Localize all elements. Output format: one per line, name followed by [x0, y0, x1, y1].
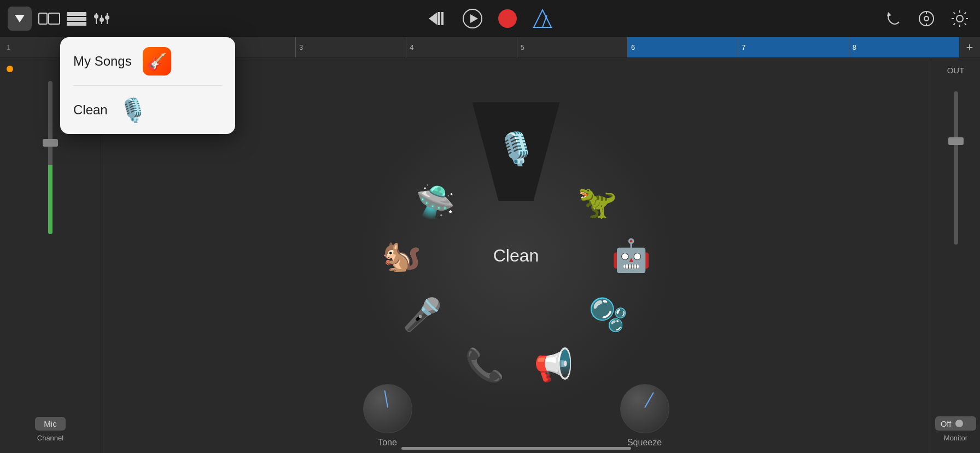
dropdown-popup: My Songs 🎸 Clean 🎙️: [60, 37, 235, 134]
out-slider[interactable]: [954, 91, 958, 266]
volume-thumb[interactable]: [43, 139, 58, 147]
timeline-segment-3[interactable]: 3: [295, 37, 406, 57]
svg-rect-2: [49, 13, 60, 24]
voice-telephone[interactable]: 📞: [463, 343, 506, 387]
svg-marker-0: [15, 15, 25, 22]
svg-rect-5: [67, 22, 86, 26]
svg-marker-12: [429, 12, 438, 25]
monitor-toggle[interactable]: Off: [935, 416, 977, 431]
record-button[interactable]: [498, 9, 517, 28]
voice-monster[interactable]: 🦖: [575, 180, 619, 224]
scroll-bar-container: [101, 446, 931, 450]
tone-knob[interactable]: [363, 384, 412, 433]
timeline-segment-5[interactable]: 5: [517, 37, 627, 57]
volume-slider[interactable]: [48, 81, 52, 256]
channel-label-area: Mic Channel: [35, 417, 65, 442]
voice-microphone[interactable]: 🎙️: [494, 127, 538, 171]
dropdown-my-songs-label: My Songs: [73, 54, 132, 69]
dropdown-button[interactable]: [8, 7, 32, 31]
scroll-bar[interactable]: [401, 447, 631, 450]
toggle-icon: [954, 419, 971, 428]
squeeze-knob[interactable]: [620, 384, 669, 433]
add-track-button[interactable]: +: [959, 37, 980, 57]
metronome-button[interactable]: [533, 9, 552, 28]
timeline-start: 1: [7, 43, 10, 51]
toolbar-right: [885, 9, 969, 28]
out-track: [954, 91, 958, 245]
volume-fill: [48, 165, 52, 234]
timeline-segment-7[interactable]: 7: [738, 37, 848, 57]
svg-point-10: [100, 18, 104, 22]
list-view-button[interactable]: [67, 11, 86, 26]
svg-rect-1: [39, 13, 47, 24]
svg-marker-20: [887, 12, 891, 16]
tone-knob-container: Tone: [363, 384, 412, 448]
off-label: Off: [941, 419, 952, 428]
rewind-button[interactable]: [428, 10, 447, 27]
dropdown-clean-icon: 🎙️: [119, 96, 147, 124]
voice-squirrel[interactable]: 🐿️: [380, 234, 423, 277]
svg-marker-18: [534, 10, 551, 27]
channel-label: Channel: [37, 434, 63, 442]
out-thumb[interactable]: [948, 137, 964, 145]
toolbar-center: [428, 9, 552, 28]
toolbar-left: [0, 7, 110, 31]
settings-button[interactable]: [950, 9, 969, 28]
svg-rect-3: [67, 12, 86, 16]
voice-ufo[interactable]: 🛸: [413, 180, 457, 224]
channel-active-indicator: [7, 66, 13, 72]
timeline-segment-6[interactable]: 6: [627, 37, 738, 57]
svg-point-17: [498, 9, 517, 28]
equalizer-button[interactable]: [93, 11, 110, 26]
svg-rect-4: [67, 17, 86, 21]
voice-megaphone[interactable]: 📢: [532, 343, 575, 387]
svg-point-22: [924, 16, 929, 21]
voice-robot[interactable]: 🤖: [609, 234, 653, 277]
monitor-label: Monitor: [944, 434, 967, 442]
timeline-segment-4[interactable]: 4: [406, 37, 516, 57]
svg-rect-14: [441, 12, 444, 25]
svg-point-27: [955, 420, 963, 427]
timeline-segment-8[interactable]: 8: [849, 37, 959, 57]
play-button[interactable]: [463, 9, 482, 28]
svg-point-25: [956, 15, 963, 22]
monitor-area: Off Monitor: [935, 416, 977, 442]
right-strip: OUT Off Monitor: [931, 58, 980, 453]
dropdown-item-my-songs[interactable]: My Songs 🎸: [60, 37, 235, 85]
voice-bubble[interactable]: 🫧: [586, 293, 630, 336]
undo-button[interactable]: [885, 10, 902, 27]
svg-marker-16: [470, 14, 478, 23]
wheel-center-label: Clean: [493, 246, 539, 266]
svg-point-9: [94, 14, 98, 19]
svg-point-11: [105, 15, 109, 20]
mic-button[interactable]: Mic: [35, 417, 65, 431]
svg-line-19: [542, 15, 547, 27]
dropdown-clean-label: Clean: [73, 102, 108, 118]
squeeze-knob-indicator: [644, 392, 654, 408]
voice-wheel[interactable]: 🛸 🎙️ 🦖 🐿️ 🤖 🎤 🫧: [363, 102, 669, 409]
view-mode-button[interactable]: [38, 11, 60, 26]
tempo-button[interactable]: [918, 10, 935, 27]
timeline-ruler: 2 3 4 5 6 7 8 +: [185, 37, 980, 57]
squeeze-knob-container: Squeeze: [620, 384, 669, 448]
dropdown-item-clean[interactable]: Clean 🎙️: [60, 86, 235, 134]
tone-knob-indicator: [384, 390, 388, 408]
out-label: OUT: [947, 66, 965, 75]
dropdown-my-songs-icon: 🎸: [143, 47, 171, 76]
volume-track: [48, 81, 52, 234]
voice-microphone2[interactable]: 🎤: [400, 293, 444, 336]
toolbar: [0, 0, 980, 37]
svg-rect-13: [438, 12, 440, 25]
